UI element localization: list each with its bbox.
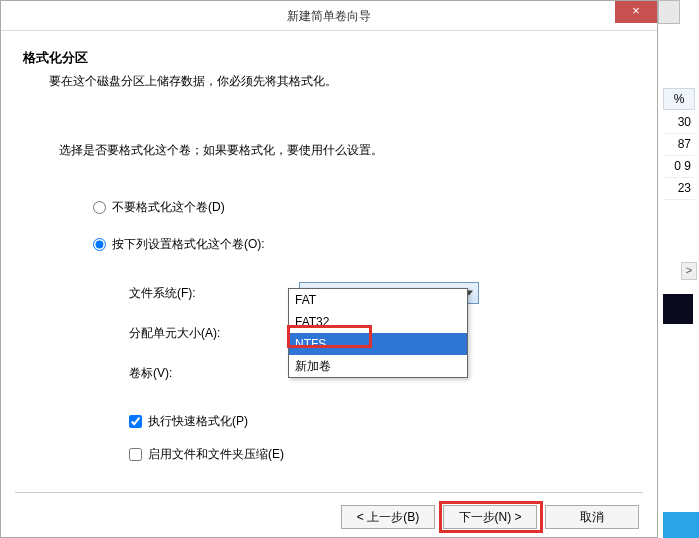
quick-format-checkbox[interactable]: 执行快速格式化(P) xyxy=(129,413,635,430)
behind-scroll-right[interactable]: > xyxy=(681,262,697,280)
radio-do-format[interactable]: 按下列设置格式化这个卷(O): xyxy=(93,236,635,253)
behind-col-header: % xyxy=(663,88,695,110)
behind-window-tab xyxy=(658,0,680,24)
page-subheading: 要在这个磁盘分区上储存数据，你必须先将其格式化。 xyxy=(49,73,635,90)
behind-cell: 23 xyxy=(663,178,695,200)
titlebar: 新建简单卷向导 × xyxy=(1,1,657,31)
compression-label: 启用文件和文件夹压缩(E) xyxy=(148,446,284,463)
dropdown-item-fat32[interactable]: FAT32 xyxy=(289,311,467,333)
page-heading: 格式化分区 xyxy=(23,49,635,67)
radio-no-format-label: 不要格式化这个卷(D) xyxy=(112,199,225,216)
radio-do-format-label: 按下列设置格式化这个卷(O): xyxy=(112,236,265,253)
allocation-label: 分配单元大小(A): xyxy=(129,325,299,342)
wizard-window: 新建简单卷向导 × 格式化分区 要在这个磁盘分区上储存数据，你必须先将其格式化。… xyxy=(0,0,658,538)
dropdown-item-ntfs[interactable]: NTFS xyxy=(289,333,467,355)
quick-format-input[interactable] xyxy=(129,415,142,428)
behind-taskbar-item xyxy=(663,512,699,538)
wizard-content: 格式化分区 要在这个磁盘分区上储存数据，你必须先将其格式化。 选择是否要格式化这… xyxy=(1,31,657,489)
dropdown-item-newvol[interactable]: 新加卷 xyxy=(289,355,467,377)
format-options: 执行快速格式化(P) 启用文件和文件夹压缩(E) xyxy=(129,413,635,463)
back-button[interactable]: < 上一步(B) xyxy=(341,505,435,529)
compression-input[interactable] xyxy=(129,448,142,461)
behind-cell: 30 xyxy=(663,112,695,134)
radio-no-format-input[interactable] xyxy=(93,201,106,214)
next-button[interactable]: 下一步(N) > xyxy=(443,505,537,529)
behind-cell: 0 9 xyxy=(663,156,695,178)
filesystem-label: 文件系统(F): xyxy=(129,285,299,302)
radio-no-format[interactable]: 不要格式化这个卷(D) xyxy=(93,199,635,216)
separator xyxy=(15,492,643,493)
dropdown-item-fat[interactable]: FAT xyxy=(289,289,467,311)
quick-format-label: 执行快速格式化(P) xyxy=(148,413,248,430)
cancel-button[interactable]: 取消 xyxy=(545,505,639,529)
instruction-text: 选择是否要格式化这个卷；如果要格式化，要使用什么设置。 xyxy=(59,142,635,159)
behind-graphic-block xyxy=(663,294,693,324)
radio-do-format-input[interactable] xyxy=(93,238,106,251)
wizard-buttons: < 上一步(B) 下一步(N) > 取消 xyxy=(341,505,639,529)
compression-checkbox[interactable]: 启用文件和文件夹压缩(E) xyxy=(129,446,635,463)
close-button[interactable]: × xyxy=(615,1,657,23)
behind-cell: 87 xyxy=(663,134,695,156)
filesystem-dropdown[interactable]: FAT FAT32 NTFS 新加卷 xyxy=(288,288,468,378)
window-title: 新建简单卷向导 xyxy=(287,9,371,23)
volume-label-label: 卷标(V): xyxy=(129,365,299,382)
close-icon: × xyxy=(632,3,640,18)
